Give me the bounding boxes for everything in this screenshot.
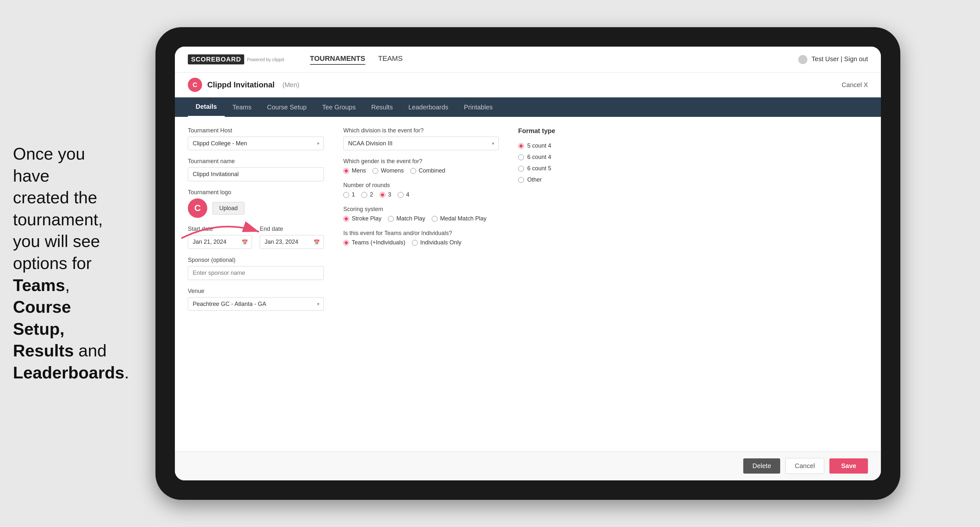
tab-details[interactable]: Details (188, 97, 225, 117)
scoring-match-radio[interactable] (388, 216, 394, 222)
rounds-2-label[interactable]: 2 (361, 191, 373, 198)
gender-group: Which gender is the event for? Mens Wome… (343, 158, 499, 174)
gender-womens-label[interactable]: Womens (372, 167, 404, 174)
tab-course-setup[interactable]: Course Setup (259, 97, 315, 117)
instruction-and: and (74, 341, 107, 360)
tournament-host-label: Tournament Host (188, 127, 324, 134)
tournament-host-group: Tournament Host Clippd College - Men (188, 127, 324, 150)
form-col-left: Tournament Host Clippd College - Men Tou… (188, 127, 324, 441)
individuals-only-radio[interactable] (412, 240, 418, 246)
rounds-3-text: 3 (388, 191, 391, 198)
format-other-radio[interactable] (518, 177, 524, 183)
logo-sub: Powered by clippd (247, 57, 284, 62)
breadcrumb-left: C Clippd Invitational (Men) (188, 78, 299, 92)
tab-results[interactable]: Results (363, 97, 401, 117)
nav-tournaments[interactable]: TOURNAMENTS (310, 54, 365, 65)
sponsor-group: Sponsor (optional) (188, 257, 324, 280)
tab-teams[interactable]: Teams (225, 97, 259, 117)
form-col-middle: Which division is the event for? NCAA Di… (343, 127, 499, 441)
venue-select-wrapper: Peachtree GC - Atlanta - GA (188, 297, 324, 311)
teams-plus-radio[interactable] (343, 240, 349, 246)
scoring-radio-group: Stroke Play Match Play Medal Match Play (343, 215, 499, 222)
tab-tee-groups[interactable]: Tee Groups (315, 97, 363, 117)
instruction-comma: , (65, 276, 70, 295)
action-cancel-button[interactable]: Cancel (785, 458, 824, 474)
gender-mens-radio[interactable] (343, 168, 349, 174)
tournament-logo-label: Tournament logo (188, 189, 324, 196)
nav-links: TOURNAMENTS TEAMS (310, 54, 403, 65)
gender-label: Which gender is the event for? (343, 158, 499, 165)
scoring-label: Scoring system (343, 206, 499, 213)
breadcrumb-bar: C Clippd Invitational (Men) Cancel X (175, 73, 881, 97)
format-6count5-label[interactable]: 6 count 5 (518, 165, 868, 172)
scoring-group: Scoring system Stroke Play Match Play (343, 206, 499, 222)
rounds-1-text: 1 (352, 191, 355, 198)
delete-button[interactable]: Delete (743, 459, 780, 474)
scoring-match-label[interactable]: Match Play (388, 215, 425, 222)
tournament-host-select[interactable]: Clippd College - Men (188, 137, 324, 150)
tournament-title: Clippd Invitational (207, 80, 275, 89)
teams-radio-group: Teams (+Individuals) Individuals Only (343, 239, 499, 246)
gender-mens-label[interactable]: Mens (343, 167, 366, 174)
scoring-match-text: Match Play (396, 215, 425, 222)
action-bar: Delete Cancel Save (175, 451, 881, 480)
gender-womens-radio[interactable] (372, 168, 378, 174)
scoring-medal-label[interactable]: Medal Match Play (432, 215, 487, 222)
format-6count4-label[interactable]: 6 count 4 (518, 154, 868, 160)
tournament-icon: C (188, 78, 202, 92)
end-date-input[interactable] (260, 235, 324, 249)
format-5count4-label[interactable]: 5 count 4 (518, 143, 868, 149)
tab-leaderboards[interactable]: Leaderboards (401, 97, 456, 117)
scoring-medal-text: Medal Match Play (440, 215, 487, 222)
rounds-4-label[interactable]: 4 (398, 191, 409, 198)
format-6count5-text: 6 count 5 (527, 165, 551, 172)
sponsor-label: Sponsor (optional) (188, 257, 324, 264)
rounds-label: Number of rounds (343, 182, 499, 189)
teams-plus-label[interactable]: Teams (+Individuals) (343, 239, 406, 246)
format-type-title: Format type (518, 127, 868, 135)
logo-area: SCOREBOARD Powered by clippd (188, 54, 284, 64)
rounds-3-radio[interactable] (380, 192, 385, 198)
format-options: 5 count 4 6 count 4 6 count 5 Other (518, 143, 868, 183)
instruction-period: . (124, 363, 129, 382)
gender-womens-text: Womens (381, 167, 404, 174)
rounds-1-label[interactable]: 1 (343, 191, 355, 198)
tournament-name-input[interactable] (188, 167, 324, 181)
format-5count4-radio[interactable] (518, 143, 524, 149)
scoring-medal-radio[interactable] (432, 216, 438, 222)
sponsor-input[interactable] (188, 266, 324, 280)
red-arrow (175, 212, 266, 251)
save-button[interactable]: Save (829, 459, 868, 474)
format-6count4-radio[interactable] (518, 154, 524, 160)
user-sign-out-text[interactable]: Test User | Sign out (811, 56, 868, 62)
division-select[interactable]: NCAA Division III (343, 137, 499, 150)
teams-plus-text: Teams (+Individuals) (352, 239, 406, 246)
gender-combined-label[interactable]: Combined (410, 167, 445, 174)
rounds-1-radio[interactable] (343, 192, 349, 198)
format-5count4-text: 5 count 4 (527, 143, 551, 149)
gender-combined-radio[interactable] (410, 168, 416, 174)
format-other-label[interactable]: Other (518, 176, 868, 183)
tournament-host-select-wrapper: Clippd College - Men (188, 137, 324, 150)
instruction-panel: Once you have created the tournament, yo… (0, 130, 136, 397)
end-date-group: End date (260, 225, 324, 249)
format-6count5-radio[interactable] (518, 166, 524, 171)
nav-teams[interactable]: TEAMS (378, 54, 403, 65)
instruction-leaderboards: Leaderboards (13, 363, 124, 382)
rounds-2-radio[interactable] (361, 192, 367, 198)
venue-select[interactable]: Peachtree GC - Atlanta - GA (188, 297, 324, 311)
rounds-3-label[interactable]: 3 (380, 191, 391, 198)
instruction-results: Results (13, 341, 74, 360)
tablet-device: SCOREBOARD Powered by clippd TOURNAMENTS… (156, 27, 900, 500)
rounds-4-radio[interactable] (398, 192, 404, 198)
tab-printables[interactable]: Printables (456, 97, 500, 117)
user-avatar-icon (798, 55, 807, 64)
user-info[interactable]: Test User | Sign out (798, 55, 868, 64)
scoring-stroke-radio[interactable] (343, 216, 349, 222)
individuals-only-label[interactable]: Individuals Only (412, 239, 461, 246)
scoring-stroke-label[interactable]: Stroke Play (343, 215, 382, 222)
gender-combined-text: Combined (419, 167, 445, 174)
tablet-screen: SCOREBOARD Powered by clippd TOURNAMENTS… (175, 47, 881, 480)
form-col-right: Format type 5 count 4 6 count 4 6 cou (518, 127, 868, 441)
cancel-x-button[interactable]: Cancel X (842, 81, 868, 89)
